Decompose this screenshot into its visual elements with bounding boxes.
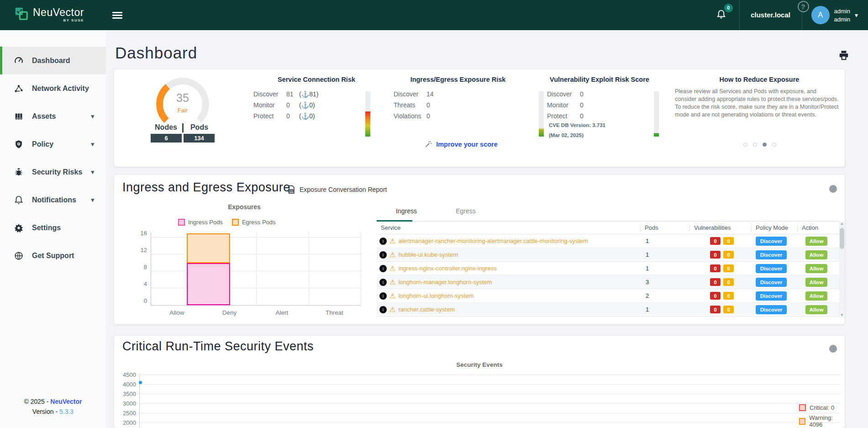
stat-value: 0 (426, 101, 439, 109)
tab-egress[interactable]: Egress (436, 201, 495, 221)
action-button[interactable]: Allow (805, 305, 827, 314)
stat-value: 0 (426, 112, 439, 120)
version-link[interactable]: 5.3.3 (59, 408, 74, 415)
sidebar-item-network-activity[interactable]: Network Activity (0, 74, 106, 102)
print-icon[interactable] (838, 49, 850, 61)
sidebar-item-security-risks[interactable]: Security Risks ▾ (0, 158, 106, 186)
stat-label: Discover (547, 90, 580, 98)
sidebar-item-label: Assets (32, 112, 56, 121)
policy-mode-button[interactable]: Discover (756, 305, 787, 314)
service-risk-scale-bar (365, 91, 370, 137)
action-button[interactable]: Allow (805, 278, 827, 287)
expand-icon[interactable]: ↕ (379, 306, 387, 313)
carousel-dot-active[interactable] (763, 143, 767, 147)
exposure-report-link[interactable]: CSV Exposure Conversation Report (287, 185, 387, 194)
bar-segment-ingress[interactable] (187, 263, 230, 306)
sidebar-item-policy[interactable]: Policy ▾ (0, 130, 106, 158)
action-button[interactable]: Allow (805, 291, 827, 301)
service-link[interactable]: rancher.cattle-system (398, 306, 455, 313)
column-header-pods[interactable]: Pods (640, 224, 689, 232)
notifications-bell-icon[interactable]: 0 (716, 9, 726, 21)
table-row: ↕⚠rancher.cattle-system 1 00 Discover Al… (377, 303, 839, 317)
vuln-risk-stats: Discover0 Monitor0 Protect0 (547, 89, 593, 122)
nodes-label: Nodes (150, 123, 182, 132)
service-link[interactable]: hubble-ui.kube-system (398, 251, 458, 258)
sidebar-item-label: Settings (32, 224, 61, 232)
expand-icon[interactable]: ↕ (379, 292, 387, 300)
exposures-legend: Ingress Pods Egress Pods (178, 219, 276, 226)
service-link[interactable]: ingress-nginx-controller.nginx-ingress (398, 265, 496, 272)
expand-icon[interactable]: ↕ (379, 238, 387, 245)
policy-mode-button[interactable]: Discover (756, 264, 787, 273)
stat-label: Discover (394, 90, 426, 98)
policy-mode-button[interactable]: Discover (756, 291, 787, 301)
high-vuln-badge: 0 (710, 264, 721, 272)
tab-ingress[interactable]: Ingress (377, 201, 436, 221)
sidebar-item-label: Dashboard (32, 57, 70, 65)
service-risk-stats: Discover81(⚓81) Monitor0(⚓0) Protect0(⚓0… (253, 89, 318, 122)
action-button[interactable]: Allow (805, 264, 827, 273)
bar-segment-egress[interactable] (187, 233, 230, 263)
carousel-dot[interactable] (753, 143, 757, 147)
stat-label: Discover (253, 90, 286, 98)
sidebar-item-assets[interactable]: Assets ▾ (0, 102, 106, 130)
avatar: A (811, 6, 830, 24)
menu-toggle-icon[interactable] (112, 11, 122, 20)
action-button[interactable]: Allow (805, 237, 827, 246)
sidebar-footer: © 2025 - NeuVector Version - 5.3.3 (0, 395, 106, 415)
version-label: Version - (32, 408, 59, 415)
brand-logo[interactable]: NeuVector BY SUSE (14, 6, 84, 24)
stat-label: Monitor (547, 101, 580, 109)
copyright-text: © 2025 - (24, 398, 50, 405)
column-header-policy-mode[interactable]: Policy Mode (751, 224, 797, 232)
user-menu[interactable]: A admin admin ▾ (802, 6, 868, 24)
cluster-selector[interactable]: cluster.local ? (740, 11, 802, 19)
action-button[interactable]: Allow (805, 250, 827, 259)
bell-icon (14, 195, 24, 205)
sidebar-item-notifications[interactable]: Notifications ▾ (0, 186, 106, 214)
pods-count: 1 (640, 251, 689, 258)
carousel-dot[interactable] (772, 143, 776, 147)
policy-mode-button[interactable]: Discover (756, 250, 787, 259)
improve-score-link[interactable]: Improve your score (411, 140, 511, 148)
column-header-service[interactable]: Service (377, 224, 640, 232)
policy-mode-button[interactable]: Discover (756, 278, 787, 287)
warning-data-point[interactable] (139, 381, 142, 384)
sidebar-item-settings[interactable]: Settings (0, 214, 106, 242)
svg-text:CSV: CSV (289, 190, 293, 192)
expand-icon[interactable]: ↕ (379, 279, 387, 286)
legend-label: Ingress Pods (188, 219, 223, 226)
scrollbar-thumb[interactable] (840, 228, 844, 249)
column-header-action[interactable]: Action (797, 224, 839, 232)
policy-mode-button[interactable]: Discover (756, 237, 787, 246)
carousel-dot[interactable] (743, 143, 747, 147)
service-link[interactable]: longhorn-manager.longhorn-system (398, 279, 492, 285)
y-tick: 12 (133, 247, 147, 254)
sidebar-item-get-support[interactable]: Get Support (0, 242, 106, 269)
speedometer-icon (14, 56, 24, 66)
expand-icon[interactable]: ↕ (379, 265, 387, 272)
service-link[interactable]: longhorn-ui.longhorn-system (398, 292, 473, 299)
sidebar-item-label: Network Activity (32, 85, 89, 93)
info-icon[interactable]: i (829, 345, 837, 353)
magic-wand-icon (425, 140, 432, 148)
sidebar-item-label: Security Risks (32, 168, 82, 176)
notification-count-badge: 0 (724, 4, 733, 12)
stat-value: 0 (580, 90, 593, 98)
neuvector-link[interactable]: NeuVector (50, 398, 82, 405)
anchored-count: (⚓81) (299, 90, 318, 98)
risk-summary-card: 35 Fair Nodes Pods 6 134 Service Connect… (114, 69, 845, 167)
security-score-grade: Fair (156, 107, 209, 114)
nodes-pods-summary: Nodes Pods 6 134 (132, 123, 233, 143)
service-link[interactable]: alertmanager-rancher-monitoring-alertman… (398, 238, 588, 244)
improve-score-label: Improve your score (436, 141, 498, 148)
column-header-vulnerabilities[interactable]: Vulnerabilities (689, 224, 751, 232)
security-events-card: Critical Run-Time Security Events i Secu… (114, 336, 845, 428)
x-tick: Deny (203, 309, 256, 316)
info-icon[interactable]: i (829, 185, 837, 193)
expand-icon[interactable]: ↕ (379, 251, 387, 259)
sidebar-item-dashboard[interactable]: Dashboard (0, 47, 106, 74)
exposure-table: Service Pods Vulnerabilities Policy Mode… (377, 222, 845, 317)
medium-vuln-badge: 0 (723, 264, 734, 272)
help-icon[interactable]: ? (798, 1, 809, 12)
